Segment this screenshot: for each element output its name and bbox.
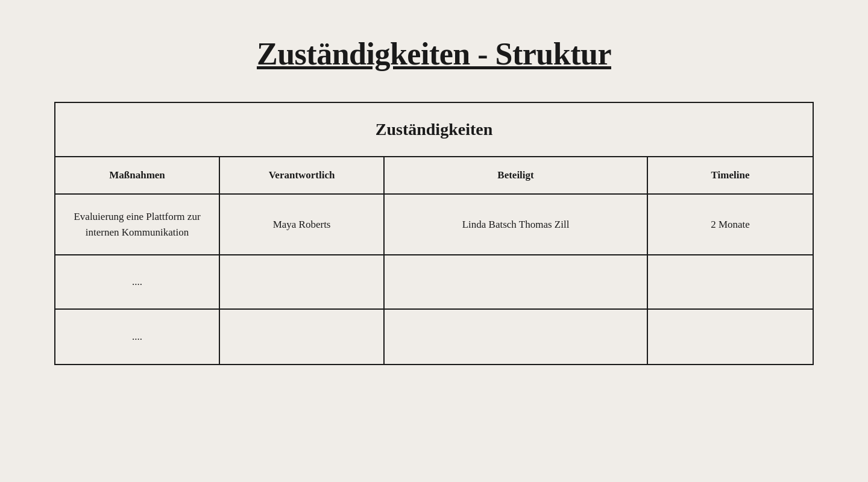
zustandigkeiten-table: Zuständigkeiten Maßnahmen Verantwortlich… [54,102,814,365]
table-row: Evaluierung eine Plattform zur internen … [55,195,813,255]
cell-timeline-3 [648,310,813,364]
cell-massnahmen-1: Evaluierung eine Plattform zur internen … [55,195,220,254]
cell-timeline-1: 2 Monate [648,195,813,254]
column-headers: Maßnahmen Verantwortlich Beteiligt Timel… [55,157,813,195]
page-title: Zuständigkeiten - Struktur [257,36,611,72]
cell-beteiligt-2 [385,255,648,308]
cell-massnahmen-2: .... [55,255,220,308]
cell-verantwortlich-3 [220,310,385,364]
table-title: Zuständigkeiten [376,120,493,139]
col-header-beteiligt: Beteiligt [385,157,648,193]
col-header-verantwortlich: Verantwortlich [220,157,385,193]
table-row: .... [55,255,813,310]
table-row: .... [55,310,813,364]
cell-massnahmen-3: .... [55,310,220,364]
cell-verantwortlich-1: Maya Roberts [220,195,385,254]
table-main-header: Zuständigkeiten [55,103,813,157]
cell-timeline-2 [648,255,813,308]
col-header-massnahmen: Maßnahmen [55,157,220,193]
cell-beteiligt-1: Linda Batsch Thomas Zill [385,195,648,254]
col-header-timeline: Timeline [648,157,813,193]
cell-verantwortlich-2 [220,255,385,308]
cell-beteiligt-3 [385,310,648,364]
